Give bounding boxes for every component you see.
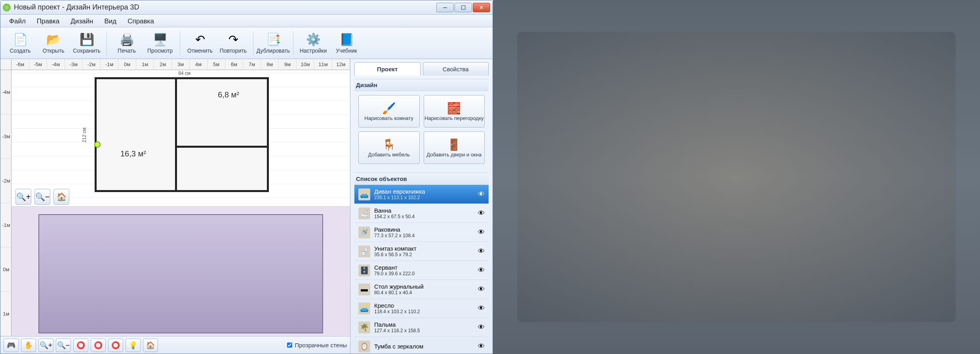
object-item[interactable]: 🛁Ванна154.2 x 67.5 x 50.4👁 bbox=[354, 204, 489, 223]
zoom-out-button[interactable]: 🔍− bbox=[34, 189, 50, 205]
object-item[interactable]: 🪞Тумба с зеркалом👁 bbox=[354, 337, 489, 354]
object-item[interactable]: 🚽Унитаз компакт35.6 x 56.5 x 79.2👁 bbox=[354, 242, 489, 261]
design-button[interactable]: 🖌️Нарисовать комнату bbox=[358, 95, 420, 128]
interior-wall-vertical[interactable] bbox=[175, 79, 177, 190]
повторить-icon: ↷ bbox=[225, 32, 241, 46]
ruler-tick: 5м bbox=[207, 59, 225, 70]
menu-правка[interactable]: Правка bbox=[31, 15, 65, 27]
toolbar-дублировать-button[interactable]: 📑Дублировать bbox=[257, 29, 289, 58]
visibility-toggle-icon[interactable]: 👁 bbox=[478, 324, 485, 331]
ruler-tick: 9м bbox=[279, 59, 297, 70]
object-name: Раковина bbox=[374, 226, 474, 233]
menu-файл[interactable]: Файл bbox=[4, 15, 31, 27]
toolbar-сохранить-button[interactable]: 💾Сохранить bbox=[71, 29, 103, 58]
floorplan[interactable]: 16,3 м² 6,8 м² 212 см 84 см bbox=[95, 77, 269, 192]
transparent-walls-checkbox[interactable]: Прозрачные стены bbox=[287, 342, 347, 348]
side-tabs: ПроектСвойства bbox=[350, 59, 493, 76]
object-dimensions: 235.1 x 113.1 x 102.2 bbox=[374, 195, 474, 200]
object-item[interactable]: 🛋️Кресло118.4 x 103.2 x 110.2👁 bbox=[354, 299, 489, 318]
menu-справка[interactable]: Справка bbox=[122, 15, 160, 27]
design-button[interactable]: 🧱Нарисовать перегородку bbox=[424, 95, 485, 128]
object-item[interactable]: 🚿Раковина77.3 x 57.2 x 108.4👁 bbox=[354, 223, 489, 242]
separator bbox=[180, 31, 180, 55]
toolbar-открыть-button[interactable]: 📂Открыть bbox=[38, 29, 69, 58]
bottom-tool-0[interactable]: 🎮 bbox=[4, 339, 19, 352]
bottom-tool-1[interactable]: ✋ bbox=[21, 339, 36, 352]
visibility-toggle-icon[interactable]: 👁 bbox=[478, 343, 485, 350]
отменить-icon: ↶ bbox=[192, 32, 208, 46]
ruler-corner bbox=[0, 59, 11, 70]
toolbar-учебник-button[interactable]: 📘Учебник bbox=[331, 29, 362, 58]
visibility-toggle-icon[interactable]: 👁 bbox=[478, 228, 485, 236]
minimize-button[interactable]: ─ bbox=[436, 3, 454, 12]
ruler-tick: 12м bbox=[332, 59, 350, 70]
toolbar-настройки-button[interactable]: ⚙️Настройки bbox=[297, 29, 329, 58]
object-dimensions: 79.0 x 39.6 x 222.0 bbox=[374, 271, 474, 276]
menu-вид[interactable]: Вид bbox=[99, 15, 122, 27]
maximize-button[interactable]: ☐ bbox=[455, 3, 472, 12]
design-button[interactable]: 🚪Добавить двери и окна bbox=[424, 131, 485, 164]
bottom-tool-2[interactable]: 🔍+ bbox=[38, 339, 53, 352]
object-item[interactable]: 🌴Пальма127.4 x 116.2 x 158.5👁 bbox=[354, 318, 489, 337]
titlebar: Новый проект - Дизайн Интерьера 3D ─ ☐ ✕ bbox=[0, 0, 493, 15]
object-text: Унитаз компакт35.6 x 56.5 x 79.2 bbox=[374, 245, 474, 257]
bottom-tool-5[interactable]: ⭕ bbox=[91, 339, 106, 352]
close-button[interactable]: ✕ bbox=[473, 3, 490, 12]
ruler-tick: -3м bbox=[0, 114, 11, 159]
visibility-toggle-icon[interactable]: 👁 bbox=[478, 305, 485, 312]
toolbar-label: Печать bbox=[118, 48, 136, 54]
design-label: Добавить мебель bbox=[368, 152, 410, 158]
object-icon: 🌴 bbox=[358, 322, 370, 333]
toolbar-label: Отменить bbox=[187, 48, 213, 54]
drag-handle[interactable] bbox=[94, 141, 101, 148]
toolbar-создать-button[interactable]: 📄Создать bbox=[4, 29, 36, 58]
toolbar-печать-button[interactable]: 🖨️Печать bbox=[111, 29, 143, 58]
canvas-viewport[interactable]: 16,3 м² 6,8 м² 212 см 84 см 🔍+🔍−🏠 bbox=[11, 70, 350, 336]
object-name: Ванна bbox=[374, 207, 474, 214]
bottom-tool-8[interactable]: 🏠 bbox=[143, 339, 158, 352]
visibility-toggle-icon[interactable]: 👁 bbox=[478, 247, 485, 255]
toolbar-label: Просмотр bbox=[147, 48, 173, 54]
toolbar-повторить-button[interactable]: ↷Повторить bbox=[217, 29, 249, 58]
menubar: ФайлПравкаДизайнВидСправка bbox=[0, 15, 493, 27]
object-dimensions: 80.4 x 80.1 x 40.4 bbox=[374, 290, 474, 295]
object-text: Ванна154.2 x 67.5 x 50.4 bbox=[374, 207, 474, 219]
ruler-tick: -6м bbox=[11, 59, 29, 70]
bottom-tool-4[interactable]: ⭕ bbox=[73, 339, 88, 352]
object-item[interactable]: 🗄️Сервант79.0 x 39.6 x 222.0👁 bbox=[354, 261, 489, 280]
object-dimensions: 118.4 x 103.2 x 110.2 bbox=[374, 309, 474, 314]
bottom-tool-3[interactable]: 🔍− bbox=[56, 339, 71, 352]
app-window: Новый проект - Дизайн Интерьера 3D ─ ☐ ✕… bbox=[0, 0, 493, 354]
design-button[interactable]: 🪑Добавить мебель bbox=[358, 131, 420, 164]
bottom-tool-7[interactable]: 💡 bbox=[126, 339, 141, 352]
object-name: Диван еврокнижка bbox=[374, 188, 474, 195]
zoom-in-button[interactable]: 🔍+ bbox=[15, 189, 31, 205]
bottom-tool-6[interactable]: ⭕ bbox=[108, 339, 123, 352]
menu-дизайн[interactable]: Дизайн bbox=[65, 15, 99, 27]
app-icon bbox=[3, 4, 11, 11]
object-item[interactable]: ▬Стол журнальный80.4 x 80.1 x 40.4👁 bbox=[354, 280, 489, 299]
visibility-toggle-icon[interactable]: 👁 bbox=[478, 266, 485, 274]
transparent-walls-input[interactable] bbox=[287, 343, 292, 348]
ruler-tick: -2м bbox=[0, 159, 11, 203]
visibility-toggle-icon[interactable]: 👁 bbox=[478, 285, 485, 293]
object-icon: 🚽 bbox=[358, 246, 370, 257]
objects-list[interactable]: 🛋️Диван еврокнижка235.1 x 113.1 x 102.2👁… bbox=[354, 185, 489, 354]
tab-проект[interactable]: Проект bbox=[354, 62, 421, 76]
design-icon: 🧱 bbox=[447, 101, 461, 116]
tab-свойства[interactable]: Свойства bbox=[423, 62, 489, 76]
design-buttons-grid: 🖌️Нарисовать комнату🧱Нарисовать перегоро… bbox=[354, 91, 489, 168]
ruler-h-ticks: -6м-5м-4м-3м-2м-1м0м1м2м3м4м5м6м7м8м9м10… bbox=[11, 59, 350, 70]
toolbar-label: Повторить bbox=[220, 48, 247, 54]
home-button[interactable]: 🏠 bbox=[53, 189, 69, 205]
toolbar-просмотр-button[interactable]: 🖥️Просмотр bbox=[144, 29, 176, 58]
печать-icon: 🖨️ bbox=[119, 32, 135, 46]
floor-plan-2d[interactable]: 16,3 м² 6,8 м² 212 см 84 см 🔍+🔍−🏠 bbox=[11, 70, 350, 206]
object-item[interactable]: 🛋️Диван еврокнижка235.1 x 113.1 x 102.2👁 bbox=[354, 185, 489, 204]
ruler-tick: 0м bbox=[118, 59, 136, 70]
preview-3d[interactable] bbox=[11, 206, 350, 336]
visibility-toggle-icon[interactable]: 👁 bbox=[478, 190, 485, 198]
toolbar-отменить-button[interactable]: ↶Отменить bbox=[184, 29, 216, 58]
interior-wall-horizontal[interactable] bbox=[175, 146, 267, 148]
visibility-toggle-icon[interactable]: 👁 bbox=[478, 209, 485, 217]
